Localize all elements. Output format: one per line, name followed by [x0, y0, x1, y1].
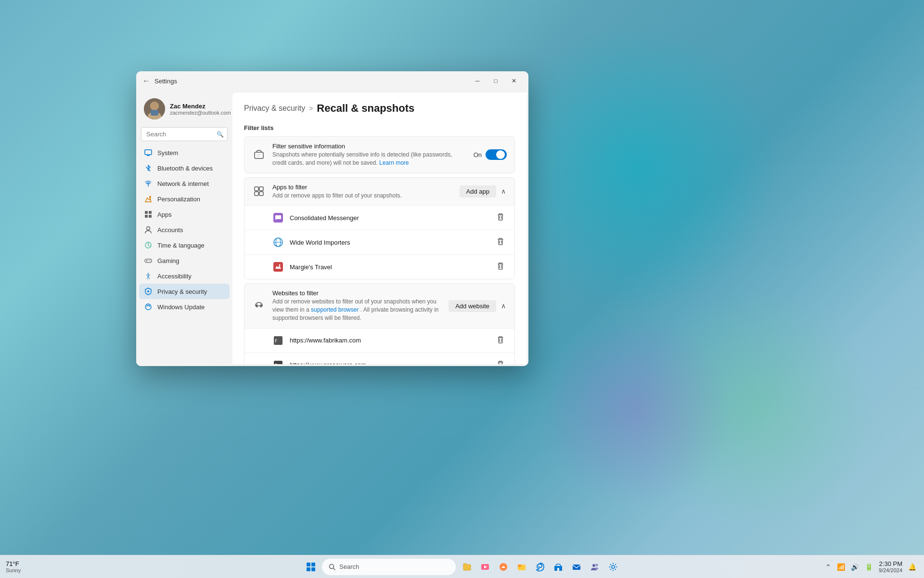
svg-rect-4 — [151, 110, 158, 116]
filter-sensitive-desc: Snapshots where potentially sensitive in… — [272, 151, 467, 167]
start-button[interactable] — [303, 559, 319, 575]
filter-sensitive-label: Filter sensitive information — [272, 143, 467, 150]
svg-rect-53 — [307, 567, 310, 571]
update-icon — [144, 302, 153, 311]
window-title: Settings — [154, 78, 177, 85]
system-icon — [144, 148, 153, 157]
taskbar-media-icon[interactable] — [477, 559, 493, 575]
nav-item-apps[interactable]: Apps — [139, 207, 230, 222]
notification-icon[interactable]: 🔔 — [906, 562, 918, 572]
nav-item-gaming[interactable]: Gaming — [139, 253, 230, 268]
back-button[interactable]: ← — [142, 77, 151, 85]
proseware-url: https://www.proseware.com — [290, 361, 488, 364]
nav-item-bluetooth[interactable]: Bluetooth & devices — [139, 160, 230, 176]
taskbar-paint-icon[interactable] — [496, 559, 511, 575]
tray-battery-icon[interactable]: 🔋 — [863, 562, 875, 572]
filter-sensitive-toggle[interactable] — [486, 149, 507, 160]
site-row-proseware: P https://www.proseware.com — [244, 353, 514, 364]
nav-item-update[interactable]: Windows Update — [139, 299, 230, 315]
filter-sensitive-learn-more[interactable]: Learn more — [379, 159, 409, 166]
bluetooth-icon — [144, 164, 153, 172]
breadcrumb-separator: > — [309, 105, 313, 112]
breadcrumb: Privacy & security > Recall & snapshots — [244, 102, 515, 115]
taskbar-mail-icon[interactable] — [569, 559, 584, 575]
personalization-icon — [144, 195, 153, 203]
taskbar-center: Search — [303, 558, 621, 576]
nav-item-privacy[interactable]: Privacy & security — [139, 284, 230, 299]
websites-filter-control: Add website ∧ — [449, 300, 507, 312]
filter-sensitive-status: On — [474, 151, 482, 158]
apps-to-filter-header: Apps to filter Add or remove apps to fil… — [244, 178, 514, 206]
search-input[interactable] — [141, 127, 228, 141]
svg-rect-12 — [149, 211, 152, 214]
avatar — [144, 98, 165, 119]
nav-item-personalization[interactable]: Personalization — [139, 191, 230, 207]
nav-item-time[interactable]: Time & language — [139, 237, 230, 253]
taskbar: 71°F Sunny Search — [0, 555, 924, 578]
clock-time: 2:30 PM — [879, 560, 902, 567]
svg-rect-54 — [311, 567, 315, 571]
delete-margies-button[interactable] — [494, 260, 507, 274]
apps-filter-chevron[interactable]: ∧ — [500, 186, 507, 196]
delete-proseware-button[interactable] — [494, 358, 507, 364]
nav-item-system[interactable]: System — [139, 145, 230, 160]
nav-item-accounts[interactable]: Accounts — [139, 222, 230, 237]
breadcrumb-parent[interactable]: Privacy & security — [244, 104, 305, 113]
taskbar-store-icon[interactable] — [551, 559, 566, 575]
websites-filter-chevron[interactable]: ∧ — [500, 301, 507, 311]
tray-expand-icon[interactable]: ⌃ — [823, 562, 833, 572]
svg-rect-39 — [273, 262, 283, 272]
delete-fabrikam-button[interactable] — [494, 333, 507, 348]
personalization-label: Personalization — [157, 196, 200, 203]
filter-sensitive-icon — [252, 148, 266, 161]
svg-rect-61 — [518, 565, 521, 567]
tray-network-icon[interactable]: 📶 — [835, 562, 847, 572]
svg-point-67 — [612, 565, 615, 568]
websites-to-filter-card: Websites to filter Add or remove website… — [244, 283, 515, 364]
time-icon — [144, 241, 153, 250]
system-tray: ⌃ 📶 🔊 🔋 — [823, 562, 875, 572]
nav-item-network[interactable]: Network & internet — [139, 176, 230, 191]
websites-filter-label: Websites to filter — [272, 289, 442, 297]
network-icon — [144, 179, 153, 188]
apps-icon — [144, 210, 153, 219]
svg-rect-13 — [145, 215, 148, 218]
supported-browser-link[interactable]: supported browser — [311, 306, 359, 313]
taskbar-explorer-icon[interactable] — [514, 559, 529, 575]
nav-item-accessibility[interactable]: Accessibility — [139, 268, 230, 284]
add-app-button[interactable]: Add app — [460, 185, 496, 197]
apps-filter-desc: Add or remove apps to filter out of your… — [272, 192, 453, 200]
close-button[interactable]: ✕ — [505, 73, 523, 89]
taskbar-settings-icon[interactable] — [605, 559, 621, 575]
svg-point-3 — [151, 102, 158, 110]
taskbar-edge-icon[interactable] — [532, 559, 548, 575]
weather-display: 71°F Sunny — [6, 560, 21, 573]
app-row-worldwide: Wide World Importers — [244, 230, 514, 255]
weather-condition: Sunny — [6, 567, 21, 573]
taskbar-teams-icon[interactable] — [587, 559, 603, 575]
delete-worldwide-button[interactable] — [494, 235, 507, 250]
add-website-button[interactable]: Add website — [449, 300, 496, 312]
svg-line-56 — [334, 568, 335, 570]
websites-filter-desc: Add or remove websites to filter out of … — [272, 298, 442, 322]
filter-sensitive-text: Filter sensitive information Snapshots w… — [272, 143, 467, 167]
time-display[interactable]: 2:30 PM 9/24/2024 — [879, 560, 902, 573]
user-profile[interactable]: Zac Mendez zacmendez@outlook.com — [139, 94, 230, 125]
taskbar-search-icon — [329, 564, 335, 570]
filter-lists-heading: Filter lists — [244, 124, 515, 131]
minimize-button[interactable]: ─ — [469, 73, 486, 89]
privacy-label: Privacy & security — [157, 288, 207, 295]
maximize-button[interactable]: □ — [487, 73, 504, 89]
app-row-margies: Margie's Travel — [244, 255, 514, 279]
svg-point-27 — [145, 304, 151, 310]
title-bar: ← Settings ─ □ ✕ — [136, 71, 528, 91]
accounts-label: Accounts — [157, 226, 183, 234]
apps-label: Apps — [157, 211, 172, 218]
toggle-knob — [496, 150, 505, 159]
delete-consolidated-button[interactable] — [494, 210, 507, 225]
taskbar-search[interactable]: Search — [321, 558, 456, 576]
tray-volume-icon[interactable]: 🔊 — [849, 562, 861, 572]
svg-point-22 — [149, 260, 150, 261]
taskbar-files-icon[interactable] — [459, 559, 475, 575]
svg-rect-28 — [255, 152, 263, 158]
